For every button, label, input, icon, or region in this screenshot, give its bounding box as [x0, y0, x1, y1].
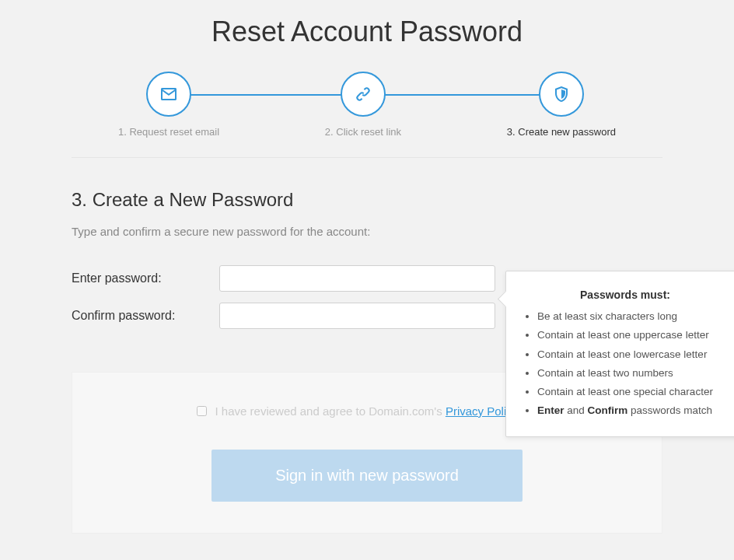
password-rules-tooltip: Passwords must: Be at least six characte… — [505, 271, 734, 437]
step-click-link: 2. Click reset link — [325, 72, 401, 138]
rule-text: and — [564, 404, 588, 416]
rule-item: Be at least six characters long — [537, 309, 727, 324]
agreement-pre-text: I have reviewed and agree to Domain.com'… — [215, 404, 446, 418]
tooltip-title: Passwords must: — [523, 289, 727, 301]
enter-password-input[interactable] — [219, 265, 495, 292]
rule-strong: Confirm — [588, 404, 628, 416]
progress-stepper: 1. Request reset email 2. Click reset li… — [72, 72, 662, 138]
envelope-icon — [146, 72, 191, 117]
rule-item: Contain at least one lowercase letter — [537, 347, 727, 362]
section-heading: 3. Create a New Password — [72, 189, 662, 211]
confirm-password-label: Confirm password: — [72, 309, 219, 323]
tooltip-rules-list: Be at least six characters long Contain … — [523, 309, 727, 419]
shield-icon — [539, 72, 584, 117]
page-title: Reset Account Password — [72, 16, 662, 48]
enter-password-label: Enter password: — [72, 271, 219, 285]
confirm-password-input[interactable] — [219, 303, 495, 329]
step-create-password: 3. Create new password — [507, 72, 616, 138]
rule-item: Contain at least one uppercase letter — [537, 327, 727, 343]
rule-item: Contain at least two numbers — [537, 366, 727, 381]
link-icon — [341, 72, 386, 117]
step-label: 1. Request reset email — [118, 126, 219, 138]
reset-password-page: Reset Account Password 1. Request reset … — [72, 0, 662, 534]
sign-in-button[interactable]: Sign in with new password — [211, 450, 523, 502]
rule-strong: Enter — [537, 404, 564, 416]
step-label: 2. Click reset link — [325, 126, 401, 138]
section-instruction: Type and confirm a secure new password f… — [72, 225, 662, 238]
step-request-email: 1. Request reset email — [118, 72, 219, 138]
rule-item: Contain at least one special character — [537, 384, 727, 400]
agreement-checkbox[interactable] — [197, 406, 207, 416]
rule-text: passwords match — [627, 404, 712, 416]
divider — [72, 157, 662, 158]
agreement-text: I have reviewed and agree to Domain.com'… — [215, 404, 541, 418]
rule-item-match: Enter and Confirm passwords match — [537, 403, 727, 418]
step-label: 3. Create new password — [507, 126, 616, 138]
